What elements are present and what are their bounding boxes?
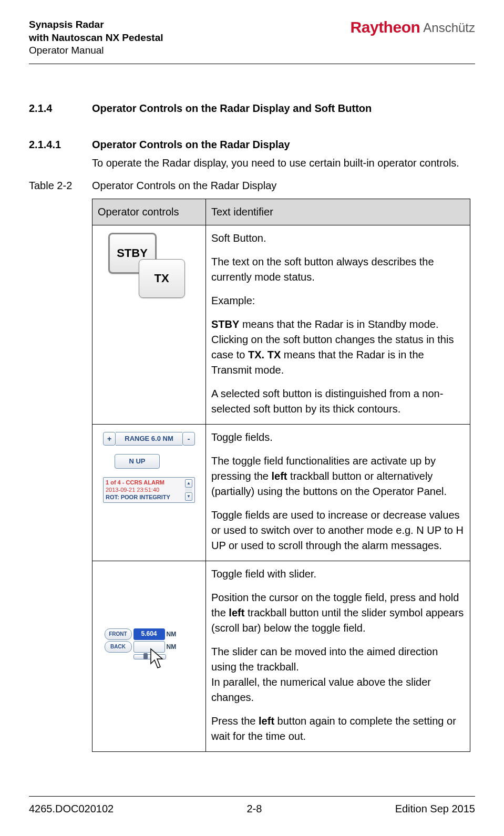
footer-doc: 4265.DOC020102: [29, 803, 114, 815]
row3-p2: Position the cursor on the toggle field,…: [211, 590, 465, 636]
table-row: + RANGE 6.0 NM - N UP 1 of 4 - CCRS ALAR…: [92, 425, 470, 561]
logo-anschutz: Anschütz: [423, 19, 475, 35]
alarm-line-1: 1 of 4 - CCRS ALARM: [106, 479, 183, 487]
section-number: 2.1.4.1: [29, 137, 92, 152]
footer-page: 2-8: [246, 803, 262, 815]
brand-logo: Raytheon Anschütz: [351, 18, 475, 35]
scroll-down-icon[interactable]: ▼: [185, 492, 192, 501]
page-footer: 4265.DOC020102 2-8 Edition Sep 2015: [29, 796, 475, 815]
row1-p1: Soft Button.: [211, 231, 465, 246]
cursor-icon: [150, 648, 168, 671]
soft-button-illustration: STBY TX: [98, 231, 200, 306]
range-toggle: + RANGE 6.0 NM -: [103, 432, 195, 446]
logo-raytheon: Raytheon: [351, 19, 420, 35]
row1-p4: STBY means that the Radar is in Standby …: [211, 317, 465, 378]
row3-p5: Press the left button again to complete …: [211, 714, 465, 744]
row2-p3: Toggle fields are used to increase or de…: [211, 508, 465, 553]
row3-p3: The slider can be moved into the aimed d…: [211, 644, 465, 675]
alarm-scrollbar[interactable]: ▲ ▼: [185, 479, 192, 501]
table-number: Table 2-2: [29, 178, 92, 193]
alarm-message-box: 1 of 4 - CCRS ALARM 2013-09-21 23:51:40 …: [103, 477, 195, 503]
orientation-toggle[interactable]: N UP: [115, 454, 160, 469]
section-number: 2.1.4: [29, 101, 92, 116]
row2-p2: The toggle field functionalities are act…: [211, 453, 465, 499]
unit-nm-2: NM: [167, 643, 177, 652]
table-row: FRONT BACK 5.604 NM NM: [92, 561, 470, 752]
row1-p3: Example:: [211, 293, 465, 308]
alarm-line-2: 2013-09-21 23:51:40: [106, 487, 183, 494]
range-minus-button[interactable]: -: [182, 432, 195, 446]
toggle-slider-illustration: FRONT BACK 5.604 NM NM: [98, 566, 200, 703]
back-pill[interactable]: BACK: [105, 641, 132, 653]
row3-p1: Toggle field with slider.: [211, 566, 465, 582]
table-caption-text: Operator Controls on the Radar Display: [92, 178, 276, 193]
alarm-line-3: ROT: POOR INTEGRITY: [106, 494, 183, 501]
section-title: Operator Controls on the Radar Display a…: [92, 101, 372, 116]
section-title: Operator Controls on the Radar Display: [92, 137, 290, 152]
unit-nm-1: NM: [167, 630, 177, 639]
footer-edition: Edition Sep 2015: [395, 803, 475, 815]
title-line-1: Synapsis Radar: [29, 18, 163, 32]
section-2-1-4-1: 2.1.4.1 Operator Controls on the Radar D…: [29, 137, 475, 152]
footer-rule: [29, 796, 475, 797]
svg-marker-0: [151, 649, 162, 668]
page-content: 2.1.4 Operator Controls on the Radar Dis…: [29, 64, 475, 752]
col-operator-controls: Operator controls: [92, 199, 206, 225]
row1-p4-tx: TX. TX: [248, 349, 281, 360]
table-caption: Table 2-2 Operator Controls on the Radar…: [29, 178, 475, 193]
row1-p5: A selected soft button is distinguished …: [211, 386, 465, 417]
row1-p2: The text on the soft button always descr…: [211, 254, 465, 285]
page-header: Synapsis Radar with Nautoscan NX Pedesta…: [29, 18, 475, 57]
table-row: STBY TX Soft Button. The text on the sof…: [92, 225, 470, 425]
scroll-track[interactable]: [185, 488, 192, 492]
doc-title-block: Synapsis Radar with Nautoscan NX Pedesta…: [29, 18, 163, 57]
tx-button[interactable]: TX: [139, 259, 185, 298]
col-text-identifier: Text identifier: [206, 199, 470, 225]
scroll-up-icon[interactable]: ▲: [185, 479, 192, 488]
row3-p4: In parallel, the numerical value above t…: [211, 675, 465, 705]
row1-p4-stby: STBY: [211, 318, 239, 330]
toggle-fields-illustration: + RANGE 6.0 NM - N UP 1 of 4 - CCRS ALAR…: [98, 430, 200, 503]
operator-controls-table: Operator controls Text identifier STBY T…: [92, 199, 470, 752]
slider-value-front[interactable]: 5.604: [133, 628, 165, 640]
title-line-3: Operator Manual: [29, 44, 163, 57]
range-value[interactable]: RANGE 6.0 NM: [116, 432, 182, 446]
row2-p1: Toggle fields.: [211, 430, 465, 445]
table-header-row: Operator controls Text identifier: [92, 199, 470, 225]
section-intro: To operate the Radar display, you need t…: [92, 156, 475, 171]
section-2-1-4: 2.1.4 Operator Controls on the Radar Dis…: [29, 101, 475, 116]
range-plus-button[interactable]: +: [103, 432, 116, 446]
front-pill[interactable]: FRONT: [105, 628, 132, 640]
title-line-2: with Nautoscan NX Pedestal: [29, 32, 163, 45]
slider-thumb[interactable]: [143, 653, 148, 659]
